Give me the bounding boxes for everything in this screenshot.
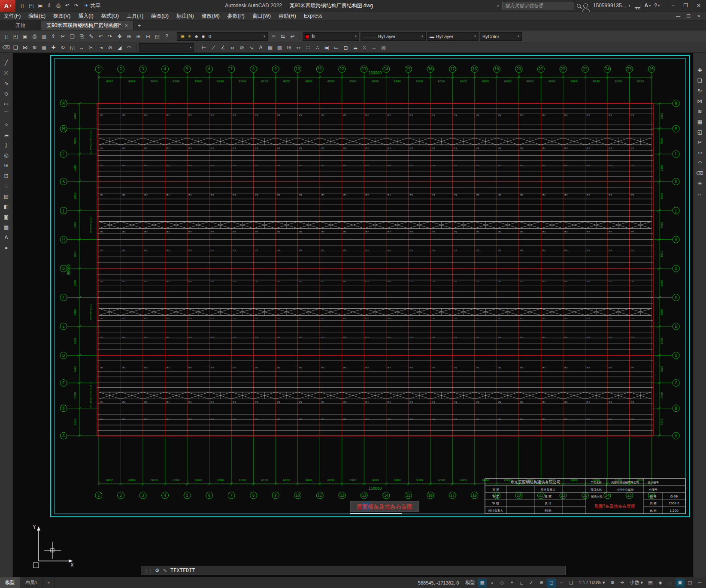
ortho-mode-icon[interactable]: ∟ [517,579,526,587]
layer-lock-icon[interactable]: ◆ [193,33,200,40]
insert-block-icon[interactable]: ⊞ [285,43,294,52]
user-icon[interactable] [583,3,588,8]
publish-icon[interactable]: ⇪ [49,32,58,41]
cart-icon[interactable] [635,4,640,8]
doc-minimize-button[interactable]: — [673,12,683,20]
text-icon[interactable]: A [256,43,265,52]
polygon-icon[interactable]: ◇ [1,89,12,98]
layer-combo-caret-icon[interactable]: ▾ [264,34,265,38]
fillet-icon[interactable]: ◠ [695,158,705,167]
menu-item[interactable]: 标注(N) [173,12,198,21]
trim-icon[interactable]: ✂ [87,43,96,52]
customization-icon[interactable]: ☰ [695,579,704,587]
zoom-previous-icon[interactable]: ⊟ [143,32,152,41]
help-icon[interactable]: ? [162,32,171,41]
zoom-window-icon[interactable]: ⊞ [134,32,143,41]
command-grip-icon[interactable]: ⋮⋮ [145,568,152,573]
layer-properties-icon[interactable]: ≣ [269,32,278,41]
construction-line-icon[interactable]: ⤫ [1,68,12,77]
qnew-icon[interactable]: ▯ [2,32,11,41]
divide-icon[interactable]: ∷ [303,43,312,52]
undo-icon[interactable]: ↶ [96,32,105,41]
rectangle-icon[interactable]: ▭ [1,99,12,108]
color-combo-caret-icon[interactable]: ▾ [355,34,357,38]
snap-mode-icon[interactable]: ▫ [488,579,497,587]
construction-line-icon[interactable]: ⤫ [360,43,369,52]
mirror-icon[interactable]: ⋈ [695,96,705,106]
annotation-monitor-icon[interactable]: ✛ [618,579,627,587]
leader-icon[interactable]: ↘ [247,43,256,52]
point-icon[interactable]: ∴ [1,181,12,190]
minimize-button[interactable]: – [667,0,679,12]
hatch-icon[interactable]: ▨ [275,43,284,52]
object-snap-tracking-icon[interactable]: ⊕ [537,579,546,587]
plotstyle-combo[interactable]: ByColor ▾ [480,32,522,41]
tab-start[interactable]: 开始 [0,21,41,30]
account-id[interactable]: 1505999135... [593,3,626,9]
circle-icon[interactable]: ○ [1,120,12,129]
match-properties-icon[interactable]: ✎ [87,32,96,41]
table-icon[interactable]: ▦ [266,43,275,52]
plot-preview-icon[interactable]: ▥ [39,32,48,41]
wipeout-icon[interactable]: ◻ [341,43,350,52]
menu-item[interactable]: 编辑(E) [24,12,49,21]
selection-cycling-icon[interactable]: ❏ [567,579,576,587]
region-icon[interactable]: ▣ [322,43,331,52]
gradient-icon[interactable]: ◧ [1,202,12,211]
multiline-text-icon[interactable]: A [1,233,12,242]
hatch-icon[interactable]: ▨ [1,192,12,201]
chamfer-icon[interactable]: ◢ [115,43,124,52]
tab-drawing[interactable]: 某90米四联跨钢结构厂房结构图* ✕ [41,21,133,30]
doc-close-button[interactable]: ✕ [694,12,703,20]
grid-display-icon[interactable]: ▦ [478,579,487,587]
quick-properties-icon[interactable]: ▤ [646,579,655,587]
layer-on-off-icon[interactable]: ◉ [179,33,186,40]
offset-icon[interactable]: ≋ [30,43,39,52]
workspace-switching-icon[interactable]: ⚙ [608,579,617,587]
point-icon[interactable]: ∴ [313,43,322,52]
command-customize-icon[interactable]: ⚙ [155,567,160,573]
menu-item[interactable]: 视图(V) [49,12,74,21]
close-button[interactable]: ✕ [692,0,705,12]
search-collapse-icon[interactable]: ▸ [497,3,500,8]
autodesk-app-icon[interactable]: A▾ [645,3,651,9]
redo-icon[interactable]: ↷ [106,32,115,41]
ellipse-icon[interactable]: ◎ [1,151,12,160]
menu-item[interactable]: 窗口(W) [248,12,275,21]
measure-icon[interactable]: ⇿ [294,43,303,52]
lineweight-display-icon[interactable]: ≡ [557,579,566,587]
menu-item[interactable]: 格式(O) [97,12,123,21]
stretch-icon[interactable]: ↔ [695,189,705,198]
fillet-icon[interactable]: ◠ [124,43,133,52]
menu-item[interactable]: 插入(I) [74,12,97,21]
dim-diameter-icon[interactable]: ⊘ [237,43,246,52]
clean-screen-icon[interactable]: ◳ [685,579,694,587]
boundary-icon[interactable]: ▭ [332,43,341,52]
graphics-performance-icon[interactable]: ▣ [676,579,685,587]
account-caret-icon[interactable]: ▾ [629,4,630,8]
paste-icon[interactable]: ⎘ [77,32,86,41]
extend-icon[interactable]: ⇥ [96,43,105,52]
arc-icon[interactable]: ⌒ [1,109,12,118]
layer-match-icon[interactable]: ⇆ [279,32,288,41]
model-space-toggle[interactable]: 模型 [463,579,477,587]
rotate-icon[interactable]: ↻ [58,43,67,52]
layout1-tab[interactable]: 布局1 [20,577,43,588]
spline-icon[interactable]: ∫ [1,140,12,149]
move-icon[interactable]: ✚ [49,43,58,52]
insert-block-icon[interactable]: ⊞ [1,161,12,170]
annotation-scale[interactable]: 1:1 / 100% ▾ [576,579,607,587]
offset-icon[interactable]: ≋ [695,107,705,116]
polar-tracking-icon[interactable]: ∠ [527,579,536,587]
infer-constraints-icon[interactable]: ◇ [497,579,506,587]
mirror-icon[interactable]: ⋈ [21,43,30,52]
menu-item[interactable]: 参数(P) [224,12,248,21]
revision-cloud-icon[interactable]: ☁ [351,43,360,52]
layer-freeze-icon[interactable]: ☀ [186,33,193,40]
break-icon[interactable]: ⊘ [106,43,115,52]
copy-icon[interactable]: ❏ [11,43,20,52]
qnew-icon[interactable]: ▯ [18,1,27,10]
plot-icon[interactable]: ⎙ [54,1,63,10]
object-snap-icon[interactable]: ◻ [547,579,556,587]
dim-radius-icon[interactable]: ⌀ [228,43,237,52]
